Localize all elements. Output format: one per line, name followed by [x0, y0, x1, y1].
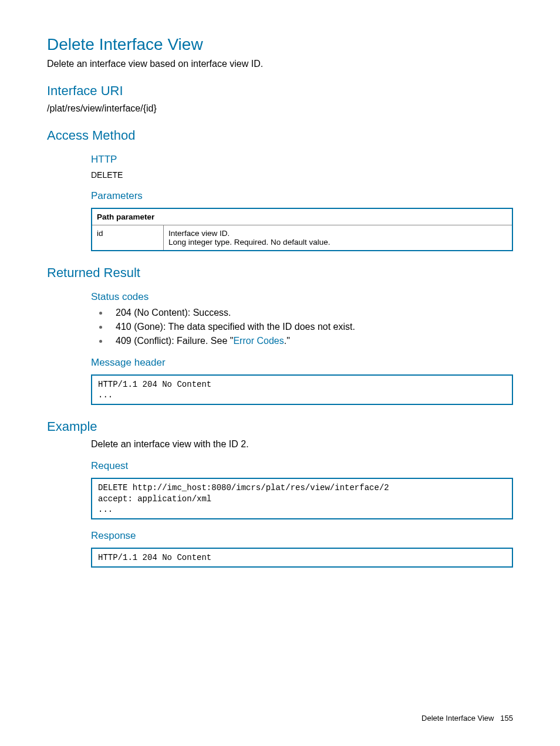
code409-prefix: 409 (Conflict): Failure. See "	[116, 336, 233, 346]
example-intro: Delete an interface view with the ID 2.	[91, 439, 513, 450]
list-item: 204 (No Content): Success.	[109, 308, 513, 318]
page-footer: Delete Interface View 155	[421, 714, 513, 723]
message-header-label: Message header	[91, 357, 513, 369]
status-codes-list: 204 (No Content): Success. 410 (Gone): T…	[91, 308, 513, 346]
list-item: 409 (Conflict): Failure. See "Error Code…	[109, 336, 513, 346]
code409-suffix: ."	[284, 336, 290, 346]
list-item: 410 (Gone): The data specified with the …	[109, 322, 513, 332]
footer-title: Delete Interface View	[421, 714, 494, 723]
footer-page: 155	[500, 714, 513, 723]
param-desc: Interface view ID. Long integer type. Re…	[164, 225, 513, 251]
parameters-table: Path parameter id Interface view ID. Lon…	[91, 208, 513, 251]
response-code: HTTP/1.1 204 No Content	[91, 548, 513, 568]
message-header-code: HTTP/1.1 204 No Content ...	[91, 374, 513, 405]
interface-uri-value: /plat/res/view/interface/{id}	[47, 103, 513, 114]
http-label: HTTP	[91, 154, 513, 166]
returned-result-heading: Returned Result	[47, 265, 513, 281]
param-desc-line2: Long integer type. Required. No default …	[168, 238, 507, 247]
table-row: id Interface view ID. Long integer type.…	[92, 225, 512, 251]
parameters-label: Parameters	[91, 190, 513, 202]
example-heading: Example	[47, 419, 513, 434]
request-label: Request	[91, 460, 513, 472]
access-method-heading: Access Method	[47, 128, 513, 143]
intro-text: Delete an interface view based on interf…	[47, 59, 513, 69]
param-name: id	[92, 225, 164, 251]
interface-uri-heading: Interface URI	[47, 83, 513, 99]
table-header: Path parameter	[92, 208, 512, 225]
status-codes-label: Status codes	[91, 291, 513, 303]
error-codes-link[interactable]: Error Codes	[233, 336, 284, 346]
page-title: Delete Interface View	[47, 35, 513, 54]
http-value: DELETE	[91, 170, 513, 180]
param-desc-line1: Interface view ID.	[168, 229, 507, 238]
response-label: Response	[91, 530, 513, 542]
request-code: DELETE http://imc_host:8080/imcrs/plat/r…	[91, 478, 513, 519]
